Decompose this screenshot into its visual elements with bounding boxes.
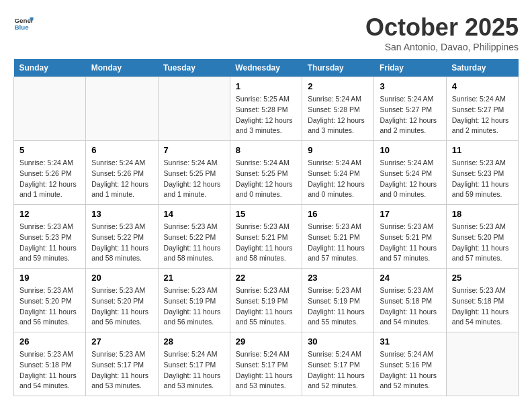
day-number: 24	[380, 273, 440, 283]
calendar-week-row: 12Sunrise: 5:23 AM Sunset: 5:23 PM Dayli…	[14, 205, 519, 269]
day-info: Sunrise: 5:24 AM Sunset: 5:27 PM Dayligh…	[452, 94, 513, 136]
day-info: Sunrise: 5:24 AM Sunset: 5:24 PM Dayligh…	[308, 158, 368, 200]
calendar-cell	[14, 77, 86, 141]
calendar-cell: 8Sunrise: 5:24 AM Sunset: 5:25 PM Daylig…	[230, 141, 302, 205]
calendar-cell: 31Sunrise: 5:24 AM Sunset: 5:16 PM Dayli…	[374, 332, 446, 396]
day-header-sunday: Sunday	[14, 59, 86, 77]
calendar-cell: 19Sunrise: 5:23 AM Sunset: 5:20 PM Dayli…	[14, 269, 86, 332]
day-header-wednesday: Wednesday	[230, 59, 302, 77]
day-number: 5	[19, 145, 80, 155]
day-info: Sunrise: 5:23 AM Sunset: 5:19 PM Dayligh…	[308, 285, 368, 328]
calendar-cell: 25Sunrise: 5:23 AM Sunset: 5:18 PM Dayli…	[446, 269, 518, 332]
calendar-cell: 21Sunrise: 5:23 AM Sunset: 5:19 PM Dayli…	[158, 269, 230, 332]
calendar-cell	[158, 77, 230, 141]
day-info: Sunrise: 5:23 AM Sunset: 5:17 PM Dayligh…	[91, 349, 152, 392]
day-header-thursday: Thursday	[302, 59, 374, 77]
day-number: 23	[308, 273, 368, 283]
day-info: Sunrise: 5:23 AM Sunset: 5:20 PM Dayligh…	[452, 222, 513, 264]
day-number: 25	[452, 273, 513, 283]
day-info: Sunrise: 5:24 AM Sunset: 5:17 PM Dayligh…	[164, 349, 224, 392]
calendar-cell: 24Sunrise: 5:23 AM Sunset: 5:18 PM Dayli…	[374, 269, 446, 332]
calendar-week-row: 26Sunrise: 5:23 AM Sunset: 5:18 PM Dayli…	[14, 332, 519, 396]
day-number: 17	[380, 209, 440, 219]
calendar-cell: 30Sunrise: 5:24 AM Sunset: 5:17 PM Dayli…	[302, 332, 374, 396]
calendar-cell: 7Sunrise: 5:24 AM Sunset: 5:25 PM Daylig…	[158, 141, 230, 205]
day-number: 27	[91, 336, 152, 347]
day-info: Sunrise: 5:23 AM Sunset: 5:20 PM Dayligh…	[91, 285, 152, 328]
day-number: 28	[164, 336, 224, 347]
calendar-cell: 3Sunrise: 5:24 AM Sunset: 5:27 PM Daylig…	[374, 77, 446, 141]
calendar-cell: 29Sunrise: 5:24 AM Sunset: 5:17 PM Dayli…	[230, 332, 302, 396]
calendar-cell: 26Sunrise: 5:23 AM Sunset: 5:18 PM Dayli…	[14, 332, 86, 396]
logo-icon: General Blue	[13, 13, 34, 34]
day-info: Sunrise: 5:24 AM Sunset: 5:17 PM Dayligh…	[236, 349, 296, 392]
day-number: 15	[236, 209, 296, 219]
day-header-monday: Monday	[86, 59, 158, 77]
calendar-cell: 27Sunrise: 5:23 AM Sunset: 5:17 PM Dayli…	[86, 332, 158, 396]
day-header-friday: Friday	[374, 59, 446, 77]
calendar-cell: 4Sunrise: 5:24 AM Sunset: 5:27 PM Daylig…	[446, 77, 518, 141]
day-info: Sunrise: 5:24 AM Sunset: 5:27 PM Dayligh…	[380, 94, 440, 136]
calendar-cell	[86, 77, 158, 141]
page-header: General Blue October 2025 San Antonio, D…	[13, 13, 519, 52]
location-subtitle: San Antonio, Davao, Philippines	[365, 42, 519, 52]
day-number: 14	[164, 209, 224, 219]
calendar-table: SundayMondayTuesdayWednesdayThursdayFrid…	[13, 59, 519, 396]
day-info: Sunrise: 5:23 AM Sunset: 5:21 PM Dayligh…	[308, 222, 368, 264]
calendar-cell: 5Sunrise: 5:24 AM Sunset: 5:26 PM Daylig…	[14, 141, 86, 205]
day-info: Sunrise: 5:23 AM Sunset: 5:22 PM Dayligh…	[91, 222, 152, 264]
day-info: Sunrise: 5:25 AM Sunset: 5:28 PM Dayligh…	[236, 94, 296, 136]
day-info: Sunrise: 5:24 AM Sunset: 5:26 PM Dayligh…	[19, 158, 80, 200]
day-number: 20	[91, 273, 152, 283]
day-info: Sunrise: 5:23 AM Sunset: 5:22 PM Dayligh…	[164, 222, 224, 264]
calendar-cell: 13Sunrise: 5:23 AM Sunset: 5:22 PM Dayli…	[86, 205, 158, 269]
svg-text:Blue: Blue	[15, 24, 30, 31]
calendar-cell: 6Sunrise: 5:24 AM Sunset: 5:26 PM Daylig…	[86, 141, 158, 205]
calendar-cell: 12Sunrise: 5:23 AM Sunset: 5:23 PM Dayli…	[14, 205, 86, 269]
calendar-cell: 18Sunrise: 5:23 AM Sunset: 5:20 PM Dayli…	[446, 205, 518, 269]
day-number: 30	[308, 336, 368, 347]
day-number: 13	[91, 209, 152, 219]
day-number: 21	[164, 273, 224, 283]
day-info: Sunrise: 5:24 AM Sunset: 5:24 PM Dayligh…	[380, 158, 440, 200]
calendar-cell: 14Sunrise: 5:23 AM Sunset: 5:22 PM Dayli…	[158, 205, 230, 269]
day-info: Sunrise: 5:24 AM Sunset: 5:25 PM Dayligh…	[164, 158, 224, 200]
day-info: Sunrise: 5:24 AM Sunset: 5:17 PM Dayligh…	[308, 349, 368, 392]
calendar-week-row: 5Sunrise: 5:24 AM Sunset: 5:26 PM Daylig…	[14, 141, 519, 205]
calendar-cell	[446, 332, 518, 396]
day-number: 1	[236, 81, 296, 91]
day-number: 26	[19, 336, 80, 347]
day-number: 12	[19, 209, 80, 219]
day-info: Sunrise: 5:23 AM Sunset: 5:19 PM Dayligh…	[236, 285, 296, 328]
calendar-cell: 10Sunrise: 5:24 AM Sunset: 5:24 PM Dayli…	[374, 141, 446, 205]
calendar-cell: 17Sunrise: 5:23 AM Sunset: 5:21 PM Dayli…	[374, 205, 446, 269]
calendar-body: 1Sunrise: 5:25 AM Sunset: 5:28 PM Daylig…	[14, 77, 519, 396]
day-info: Sunrise: 5:24 AM Sunset: 5:25 PM Dayligh…	[236, 158, 296, 200]
day-number: 29	[236, 336, 296, 347]
day-number: 6	[91, 145, 152, 155]
day-info: Sunrise: 5:24 AM Sunset: 5:28 PM Dayligh…	[308, 94, 368, 136]
day-number: 10	[380, 145, 440, 155]
day-info: Sunrise: 5:23 AM Sunset: 5:23 PM Dayligh…	[452, 158, 513, 200]
day-number: 2	[308, 81, 368, 91]
day-info: Sunrise: 5:23 AM Sunset: 5:18 PM Dayligh…	[452, 285, 513, 328]
day-info: Sunrise: 5:24 AM Sunset: 5:26 PM Dayligh…	[91, 158, 152, 200]
logo: General Blue	[13, 13, 34, 34]
day-number: 16	[308, 209, 368, 219]
title-block: October 2025 San Antonio, Davao, Philipp…	[365, 13, 519, 52]
calendar-cell: 2Sunrise: 5:24 AM Sunset: 5:28 PM Daylig…	[302, 77, 374, 141]
calendar-cell: 20Sunrise: 5:23 AM Sunset: 5:20 PM Dayli…	[86, 269, 158, 332]
day-header-saturday: Saturday	[446, 59, 518, 77]
calendar-cell: 11Sunrise: 5:23 AM Sunset: 5:23 PM Dayli…	[446, 141, 518, 205]
calendar-header-row: SundayMondayTuesdayWednesdayThursdayFrid…	[14, 59, 519, 77]
calendar-cell: 15Sunrise: 5:23 AM Sunset: 5:21 PM Dayli…	[230, 205, 302, 269]
day-header-tuesday: Tuesday	[158, 59, 230, 77]
day-number: 4	[452, 81, 513, 91]
day-number: 11	[452, 145, 513, 155]
day-info: Sunrise: 5:23 AM Sunset: 5:18 PM Dayligh…	[19, 349, 80, 392]
day-info: Sunrise: 5:23 AM Sunset: 5:20 PM Dayligh…	[19, 285, 80, 328]
day-number: 3	[380, 81, 440, 91]
month-title: October 2025	[365, 13, 519, 42]
day-number: 31	[380, 336, 440, 347]
day-number: 7	[164, 145, 224, 155]
